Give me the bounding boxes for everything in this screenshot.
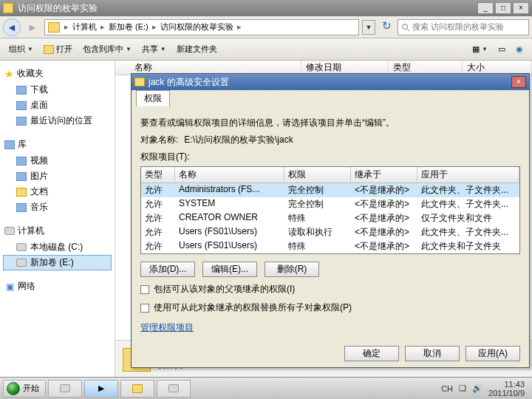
hdr-name[interactable]: 名称 bbox=[175, 167, 284, 183]
taskbar-item-explorer[interactable] bbox=[120, 380, 154, 398]
sidebar-item-videos[interactable]: 视频 bbox=[3, 153, 112, 168]
hdr-apply[interactable]: 应用于 bbox=[417, 167, 519, 183]
apply-button[interactable]: 应用(A) bbox=[466, 346, 520, 361]
refresh-button[interactable]: ↻ bbox=[378, 19, 395, 35]
lang-indicator[interactable]: CH bbox=[441, 384, 453, 393]
folder-icon bbox=[134, 78, 145, 86]
network-icon: ▣ bbox=[4, 282, 15, 291]
tab-permissions[interactable]: 权限 bbox=[136, 90, 170, 106]
perm-row[interactable]: 允许Users (FS01\Users)特殊<不是继承的>此文件夹和子文件夹 bbox=[141, 239, 519, 253]
crumb-folder[interactable]: 访问权限的枚举实验 bbox=[158, 21, 236, 33]
remove-button[interactable]: 删除(R) bbox=[265, 262, 319, 277]
sidebar-item-drive-e[interactable]: 新加卷 (E:) bbox=[3, 255, 112, 270]
dialog-titlebar[interactable]: jack 的高级安全设置 × bbox=[132, 74, 529, 90]
search-icon bbox=[401, 23, 410, 32]
perm-row[interactable]: 允许SYSTEM完全控制<不是继承的>此文件夹、子文件夹... bbox=[141, 197, 519, 211]
sidebar-item-drive-c[interactable]: 本地磁盘 (C:) bbox=[3, 239, 112, 255]
libraries-header[interactable]: 库 bbox=[3, 136, 112, 153]
hdr-type[interactable]: 类型 bbox=[141, 167, 175, 183]
sidebar-item-pictures[interactable]: 图片 bbox=[3, 168, 112, 184]
preview-button[interactable]: ▭ bbox=[495, 43, 508, 55]
perm-list-label: 权限项目(T): bbox=[140, 151, 520, 163]
folder-icon bbox=[48, 22, 60, 33]
sidebar-item-music[interactable]: 音乐 bbox=[3, 200, 112, 215]
object-name-label: 对象名称: bbox=[140, 134, 178, 146]
system-tray[interactable]: CH ❏ 🔊 11:43 2011/10/9 bbox=[441, 380, 529, 398]
nav-pane: ★收藏夹 下载 桌面 最近访问的位置 库 视频 图片 文档 音乐 计算机 本地磁… bbox=[0, 61, 115, 378]
address-bar[interactable]: ▸ 计算机 ▸ 新加卷 (E:) ▸ 访问权限的枚举实验 ▸ bbox=[44, 19, 359, 35]
dialog-title: jack 的高级安全设置 bbox=[149, 76, 229, 89]
hdr-inherit[interactable]: 继承于 bbox=[351, 167, 417, 183]
advanced-security-dialog: jack 的高级安全设置 × 权限 要查看或编辑权限项目的详细信息，请选择该项目… bbox=[131, 73, 530, 368]
help-button[interactable]: ◉ bbox=[513, 43, 526, 55]
windows-orb-icon bbox=[7, 382, 20, 395]
forward-button: ► bbox=[24, 18, 41, 36]
manage-permissions-link[interactable]: 管理权限项目 bbox=[140, 321, 194, 334]
favorites-header[interactable]: ★收藏夹 bbox=[3, 65, 112, 82]
computer-header[interactable]: 计算机 bbox=[3, 222, 112, 239]
crumb-drive[interactable]: 新加卷 (E:) bbox=[106, 21, 151, 33]
clock[interactable]: 11:43 2011/10/9 bbox=[488, 380, 525, 398]
add-button[interactable]: 添加(D)... bbox=[140, 262, 195, 277]
include-menu[interactable]: 包含到库中▼ bbox=[80, 42, 134, 56]
dialog-close-button[interactable]: × bbox=[511, 76, 526, 88]
address-dropdown[interactable]: ▼ bbox=[362, 20, 375, 35]
window-title: 访问权限的枚举实验 bbox=[18, 2, 477, 15]
inherit-checkbox[interactable] bbox=[140, 285, 149, 294]
sidebar-item-recent[interactable]: 最近访问的位置 bbox=[3, 113, 112, 129]
back-button[interactable]: ◄ bbox=[3, 18, 21, 36]
sidebar-item-documents[interactable]: 文档 bbox=[3, 184, 112, 200]
open-button[interactable]: 打开 bbox=[41, 42, 75, 56]
hdr-perm[interactable]: 权限 bbox=[284, 167, 351, 183]
perm-row[interactable]: 允许Users (FS01\Users)读取和执行<不是继承的>此文件夹、子文件… bbox=[141, 225, 519, 239]
nav-bar: ◄ ► ▸ 计算机 ▸ 新加卷 (E:) ▸ 访问权限的枚举实验 ▸ ▼ ↻ 搜… bbox=[0, 16, 532, 38]
svg-line-1 bbox=[407, 29, 409, 31]
close-button[interactable]: × bbox=[513, 2, 529, 14]
replace-checkbox[interactable] bbox=[140, 304, 149, 313]
search-placeholder: 搜索 访问权限的枚举实验 bbox=[412, 21, 504, 33]
newfolder-button[interactable]: 新建文件夹 bbox=[174, 42, 220, 56]
command-bar: 组织▼ 打开 包含到库中▼ 共享▼ 新建文件夹 ▦ ▼ ▭ ◉ bbox=[0, 38, 532, 61]
crumb-computer[interactable]: 计算机 bbox=[70, 21, 99, 33]
object-name-value: E:\访问权限的枚举实验\jack bbox=[184, 134, 293, 146]
start-button[interactable]: 开始 bbox=[3, 380, 46, 398]
sidebar-item-desktop[interactable]: 桌面 bbox=[3, 98, 112, 113]
minimize-button[interactable]: _ bbox=[477, 2, 494, 14]
share-menu[interactable]: 共享▼ bbox=[139, 42, 169, 56]
organize-menu[interactable]: 组织▼ bbox=[6, 42, 36, 56]
cancel-button[interactable]: 取消 bbox=[405, 346, 460, 361]
taskbar-item[interactable]: ▶ bbox=[84, 380, 118, 398]
perm-row[interactable]: 允许CREATOR OWNER特殊<不是继承的>仅子文件夹和文件 bbox=[141, 211, 519, 225]
dialog-intro: 要查看或编辑权限项目的详细信息，请选择该项目并单击“编辑”。 bbox=[140, 117, 520, 129]
svg-point-0 bbox=[403, 24, 408, 29]
perm-row[interactable]: 允许Administrators (FS...完全控制<不是继承的>此文件夹、子… bbox=[141, 183, 519, 197]
permission-list[interactable]: 类型 名称 权限 继承于 应用于 允许Administrators (FS...… bbox=[140, 166, 520, 254]
folder-icon bbox=[3, 3, 13, 13]
maximize-button[interactable]: □ bbox=[495, 2, 511, 14]
taskbar-item[interactable] bbox=[48, 380, 82, 398]
star-icon: ★ bbox=[4, 68, 14, 80]
network-header[interactable]: ▣网络 bbox=[3, 278, 112, 295]
tray-icon[interactable]: 🔊 bbox=[472, 383, 482, 393]
search-input[interactable]: 搜索 访问权限的枚举实验 bbox=[398, 19, 529, 35]
tray-icon[interactable]: ❏ bbox=[459, 383, 466, 393]
replace-label: 使用可从此对象继承的权限替换所有子对象权限(P) bbox=[154, 301, 352, 314]
taskbar: 开始 ▶ CH ❏ 🔊 11:43 2011/10/9 bbox=[0, 377, 532, 399]
inherit-label: 包括可从该对象的父项继承的权限(I) bbox=[154, 283, 295, 296]
view-button[interactable]: ▦ ▼ bbox=[469, 43, 491, 55]
ok-button[interactable]: 确定 bbox=[344, 346, 399, 361]
explorer-titlebar: 访问权限的枚举实验 _ □ × bbox=[0, 0, 532, 16]
sidebar-item-downloads[interactable]: 下载 bbox=[3, 82, 112, 98]
taskbar-item[interactable] bbox=[157, 380, 191, 398]
edit-button[interactable]: 编辑(E)... bbox=[202, 262, 257, 277]
